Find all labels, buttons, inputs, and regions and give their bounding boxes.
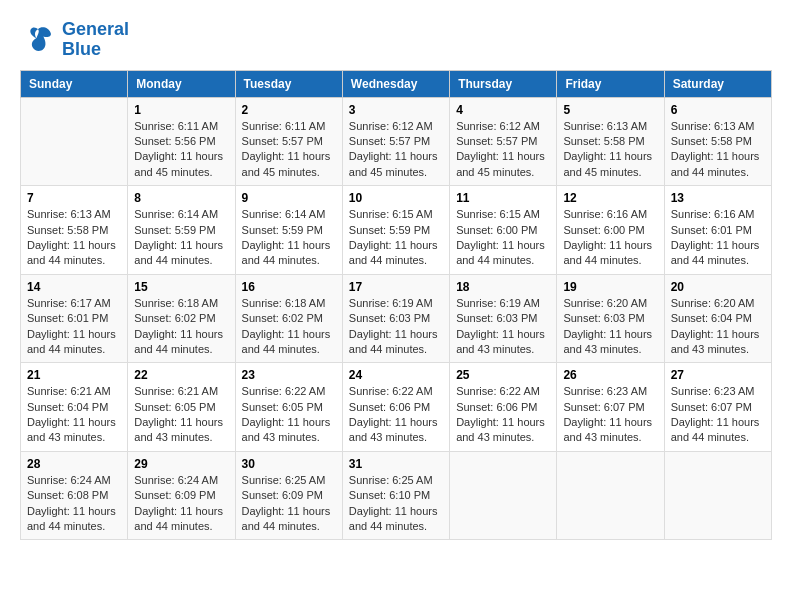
day-info: Sunrise: 6:13 AM Sunset: 5:58 PM Dayligh…	[27, 207, 121, 269]
calendar-cell: 20Sunrise: 6:20 AM Sunset: 6:04 PM Dayli…	[664, 274, 771, 363]
day-info: Sunrise: 6:20 AM Sunset: 6:04 PM Dayligh…	[671, 296, 765, 358]
day-info: Sunrise: 6:13 AM Sunset: 5:58 PM Dayligh…	[563, 119, 657, 181]
calendar-cell: 8Sunrise: 6:14 AM Sunset: 5:59 PM Daylig…	[128, 186, 235, 275]
calendar-cell: 19Sunrise: 6:20 AM Sunset: 6:03 PM Dayli…	[557, 274, 664, 363]
calendar-cell: 29Sunrise: 6:24 AM Sunset: 6:09 PM Dayli…	[128, 451, 235, 540]
calendar-header-row: SundayMondayTuesdayWednesdayThursdayFrid…	[21, 70, 772, 97]
day-number: 28	[27, 457, 121, 471]
calendar-cell: 24Sunrise: 6:22 AM Sunset: 6:06 PM Dayli…	[342, 363, 449, 452]
day-info: Sunrise: 6:17 AM Sunset: 6:01 PM Dayligh…	[27, 296, 121, 358]
day-number: 13	[671, 191, 765, 205]
day-info: Sunrise: 6:18 AM Sunset: 6:02 PM Dayligh…	[134, 296, 228, 358]
day-number: 3	[349, 103, 443, 117]
day-info: Sunrise: 6:16 AM Sunset: 6:01 PM Dayligh…	[671, 207, 765, 269]
logo-text: General Blue	[62, 20, 129, 60]
calendar-cell	[664, 451, 771, 540]
day-number: 27	[671, 368, 765, 382]
day-number: 25	[456, 368, 550, 382]
day-number: 29	[134, 457, 228, 471]
day-number: 12	[563, 191, 657, 205]
day-info: Sunrise: 6:12 AM Sunset: 5:57 PM Dayligh…	[349, 119, 443, 181]
calendar-cell: 2Sunrise: 6:11 AM Sunset: 5:57 PM Daylig…	[235, 97, 342, 186]
day-info: Sunrise: 6:19 AM Sunset: 6:03 PM Dayligh…	[456, 296, 550, 358]
calendar-cell: 21Sunrise: 6:21 AM Sunset: 6:04 PM Dayli…	[21, 363, 128, 452]
day-number: 24	[349, 368, 443, 382]
calendar-table: SundayMondayTuesdayWednesdayThursdayFrid…	[20, 70, 772, 541]
column-header-wednesday: Wednesday	[342, 70, 449, 97]
calendar-week-row: 14Sunrise: 6:17 AM Sunset: 6:01 PM Dayli…	[21, 274, 772, 363]
day-number: 23	[242, 368, 336, 382]
calendar-cell: 10Sunrise: 6:15 AM Sunset: 5:59 PM Dayli…	[342, 186, 449, 275]
calendar-week-row: 1Sunrise: 6:11 AM Sunset: 5:56 PM Daylig…	[21, 97, 772, 186]
column-header-thursday: Thursday	[450, 70, 557, 97]
day-number: 15	[134, 280, 228, 294]
calendar-cell: 16Sunrise: 6:18 AM Sunset: 6:02 PM Dayli…	[235, 274, 342, 363]
calendar-cell: 26Sunrise: 6:23 AM Sunset: 6:07 PM Dayli…	[557, 363, 664, 452]
day-info: Sunrise: 6:11 AM Sunset: 5:56 PM Dayligh…	[134, 119, 228, 181]
day-number: 2	[242, 103, 336, 117]
day-info: Sunrise: 6:24 AM Sunset: 6:09 PM Dayligh…	[134, 473, 228, 535]
logo: General Blue	[20, 20, 129, 60]
day-info: Sunrise: 6:16 AM Sunset: 6:00 PM Dayligh…	[563, 207, 657, 269]
day-number: 11	[456, 191, 550, 205]
day-number: 7	[27, 191, 121, 205]
day-info: Sunrise: 6:25 AM Sunset: 6:10 PM Dayligh…	[349, 473, 443, 535]
day-info: Sunrise: 6:15 AM Sunset: 5:59 PM Dayligh…	[349, 207, 443, 269]
day-info: Sunrise: 6:15 AM Sunset: 6:00 PM Dayligh…	[456, 207, 550, 269]
day-number: 22	[134, 368, 228, 382]
day-number: 9	[242, 191, 336, 205]
logo-icon	[20, 22, 56, 58]
day-info: Sunrise: 6:24 AM Sunset: 6:08 PM Dayligh…	[27, 473, 121, 535]
day-info: Sunrise: 6:23 AM Sunset: 6:07 PM Dayligh…	[671, 384, 765, 446]
calendar-cell	[557, 451, 664, 540]
calendar-week-row: 28Sunrise: 6:24 AM Sunset: 6:08 PM Dayli…	[21, 451, 772, 540]
calendar-week-row: 21Sunrise: 6:21 AM Sunset: 6:04 PM Dayli…	[21, 363, 772, 452]
calendar-cell: 1Sunrise: 6:11 AM Sunset: 5:56 PM Daylig…	[128, 97, 235, 186]
day-info: Sunrise: 6:19 AM Sunset: 6:03 PM Dayligh…	[349, 296, 443, 358]
day-info: Sunrise: 6:22 AM Sunset: 6:05 PM Dayligh…	[242, 384, 336, 446]
day-info: Sunrise: 6:11 AM Sunset: 5:57 PM Dayligh…	[242, 119, 336, 181]
day-number: 31	[349, 457, 443, 471]
day-info: Sunrise: 6:12 AM Sunset: 5:57 PM Dayligh…	[456, 119, 550, 181]
day-info: Sunrise: 6:21 AM Sunset: 6:04 PM Dayligh…	[27, 384, 121, 446]
calendar-cell: 3Sunrise: 6:12 AM Sunset: 5:57 PM Daylig…	[342, 97, 449, 186]
calendar-cell: 14Sunrise: 6:17 AM Sunset: 6:01 PM Dayli…	[21, 274, 128, 363]
calendar-cell: 13Sunrise: 6:16 AM Sunset: 6:01 PM Dayli…	[664, 186, 771, 275]
day-info: Sunrise: 6:20 AM Sunset: 6:03 PM Dayligh…	[563, 296, 657, 358]
calendar-cell: 18Sunrise: 6:19 AM Sunset: 6:03 PM Dayli…	[450, 274, 557, 363]
calendar-cell: 5Sunrise: 6:13 AM Sunset: 5:58 PM Daylig…	[557, 97, 664, 186]
calendar-cell: 12Sunrise: 6:16 AM Sunset: 6:00 PM Dayli…	[557, 186, 664, 275]
day-number: 21	[27, 368, 121, 382]
calendar-cell: 9Sunrise: 6:14 AM Sunset: 5:59 PM Daylig…	[235, 186, 342, 275]
calendar-cell: 6Sunrise: 6:13 AM Sunset: 5:58 PM Daylig…	[664, 97, 771, 186]
day-number: 20	[671, 280, 765, 294]
calendar-cell	[21, 97, 128, 186]
calendar-cell: 27Sunrise: 6:23 AM Sunset: 6:07 PM Dayli…	[664, 363, 771, 452]
day-info: Sunrise: 6:13 AM Sunset: 5:58 PM Dayligh…	[671, 119, 765, 181]
column-header-friday: Friday	[557, 70, 664, 97]
calendar-cell: 7Sunrise: 6:13 AM Sunset: 5:58 PM Daylig…	[21, 186, 128, 275]
day-number: 16	[242, 280, 336, 294]
calendar-cell: 15Sunrise: 6:18 AM Sunset: 6:02 PM Dayli…	[128, 274, 235, 363]
day-info: Sunrise: 6:14 AM Sunset: 5:59 PM Dayligh…	[134, 207, 228, 269]
calendar-cell	[450, 451, 557, 540]
calendar-cell: 4Sunrise: 6:12 AM Sunset: 5:57 PM Daylig…	[450, 97, 557, 186]
day-number: 30	[242, 457, 336, 471]
day-number: 19	[563, 280, 657, 294]
calendar-cell: 25Sunrise: 6:22 AM Sunset: 6:06 PM Dayli…	[450, 363, 557, 452]
column-header-saturday: Saturday	[664, 70, 771, 97]
day-info: Sunrise: 6:18 AM Sunset: 6:02 PM Dayligh…	[242, 296, 336, 358]
day-number: 8	[134, 191, 228, 205]
calendar-cell: 31Sunrise: 6:25 AM Sunset: 6:10 PM Dayli…	[342, 451, 449, 540]
calendar-cell: 11Sunrise: 6:15 AM Sunset: 6:00 PM Dayli…	[450, 186, 557, 275]
calendar-cell: 22Sunrise: 6:21 AM Sunset: 6:05 PM Dayli…	[128, 363, 235, 452]
day-info: Sunrise: 6:21 AM Sunset: 6:05 PM Dayligh…	[134, 384, 228, 446]
day-number: 17	[349, 280, 443, 294]
day-info: Sunrise: 6:25 AM Sunset: 6:09 PM Dayligh…	[242, 473, 336, 535]
calendar-cell: 30Sunrise: 6:25 AM Sunset: 6:09 PM Dayli…	[235, 451, 342, 540]
column-header-tuesday: Tuesday	[235, 70, 342, 97]
day-number: 5	[563, 103, 657, 117]
day-number: 14	[27, 280, 121, 294]
day-number: 1	[134, 103, 228, 117]
page-header: General Blue	[20, 20, 772, 60]
